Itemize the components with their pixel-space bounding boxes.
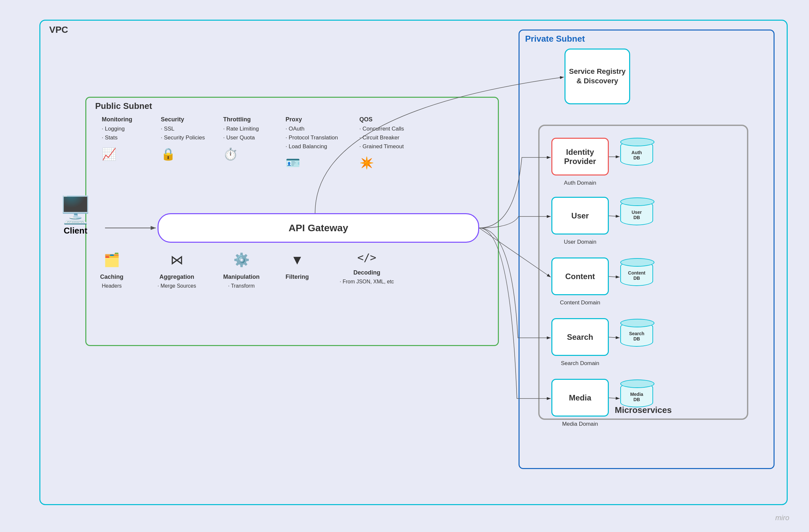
miro-watermark: miro bbox=[775, 514, 789, 522]
aggregation-sub: · Merge Sources bbox=[157, 282, 196, 290]
ms-identity-label: IdentityProvider bbox=[564, 147, 596, 166]
security-items: · SSL· Security Policies bbox=[161, 124, 205, 142]
user-db: UserDB bbox=[620, 201, 653, 225]
aggregation-icon: ⋈ bbox=[157, 249, 196, 270]
feature-security: Security · SSL· Security Policies 🔒 bbox=[161, 115, 205, 164]
api-gateway-box: API Gateway bbox=[157, 213, 479, 243]
security-title: Security bbox=[161, 115, 205, 124]
ms-content-box: Content bbox=[551, 258, 609, 295]
user-db-label: UserDB bbox=[632, 210, 642, 220]
content-db-cylinder: ContentDB bbox=[620, 261, 653, 286]
ms-media-domain: Media Domain bbox=[551, 421, 609, 427]
manipulation-title: Manipulation bbox=[223, 272, 260, 282]
content-db: ContentDB bbox=[620, 261, 653, 286]
ms-identity-box: IdentityProvider bbox=[551, 138, 609, 176]
aggregation-title: Aggregation bbox=[157, 272, 196, 282]
proxy-title: Proxy bbox=[286, 115, 338, 124]
search-db-cylinder: SearchDB bbox=[620, 322, 653, 347]
manipulation-icon: ⚙️ bbox=[223, 249, 260, 270]
monitoring-icon: 📈 bbox=[102, 145, 132, 164]
proxy-items: · OAuth· Protocol Translation· Load Bala… bbox=[286, 124, 338, 151]
media-db-label: MediaDB bbox=[630, 392, 643, 402]
qos-icon: ✴️ bbox=[359, 154, 404, 173]
feature-decoding: </> Decoding · From JSON, XML, etc bbox=[340, 249, 394, 286]
ms-media-label: Media bbox=[569, 393, 591, 403]
client-icon: 🖥️ bbox=[46, 197, 105, 223]
feature-aggregation: ⋈ Aggregation · Merge Sources bbox=[157, 249, 196, 290]
ms-user-domain: User Domain bbox=[551, 239, 609, 245]
auth-db: AuthDB bbox=[620, 141, 653, 166]
private-subnet-label: Private Subnet bbox=[525, 34, 585, 44]
caching-sub: Headers bbox=[100, 282, 123, 290]
ms-user-box: User bbox=[551, 197, 609, 234]
user-db-cylinder: UserDB bbox=[620, 201, 653, 225]
throttling-title: Throttling bbox=[223, 115, 259, 124]
search-db: SearchDB bbox=[620, 322, 653, 347]
monitoring-items: · Logging· Stats bbox=[102, 124, 132, 142]
feature-monitoring: Monitoring · Logging· Stats 📈 bbox=[102, 115, 132, 164]
auth-db-label: AuthDB bbox=[632, 150, 642, 160]
decoding-sub: · From JSON, XML, etc bbox=[340, 278, 394, 286]
qos-items: · Concurrent Calls· Circuit Breaker· Gra… bbox=[359, 124, 404, 151]
diagram-container: VPC Private Subnet Public Subnet 🖥️ Clie… bbox=[0, 0, 809, 532]
ms-search-box: Search bbox=[551, 318, 609, 356]
service-registry-box: Service Registry & Discovery bbox=[565, 49, 630, 104]
ms-content-label: Content bbox=[565, 272, 595, 281]
ms-content-domain: Content Domain bbox=[551, 299, 609, 306]
feature-filtering: ▼ Filtering bbox=[286, 249, 309, 282]
ms-media-box: Media bbox=[551, 379, 609, 416]
ms-search-domain: Search Domain bbox=[551, 360, 609, 367]
ms-auth-domain: Auth Domain bbox=[551, 180, 609, 186]
decoding-icon: </> bbox=[340, 249, 394, 266]
public-subnet-label: Public Subnet bbox=[95, 101, 152, 111]
qos-title: QOS bbox=[359, 115, 404, 124]
api-gateway-label: API Gateway bbox=[289, 223, 348, 233]
media-db: MediaDB bbox=[620, 383, 653, 407]
media-db-cylinder: MediaDB bbox=[620, 383, 653, 407]
ms-search-label: Search bbox=[567, 333, 593, 342]
filtering-title: Filtering bbox=[286, 272, 309, 282]
feature-manipulation: ⚙️ Manipulation · Transform bbox=[223, 249, 260, 290]
search-db-label: SearchDB bbox=[629, 331, 644, 341]
filtering-icon: ▼ bbox=[286, 249, 309, 270]
client-label: Client bbox=[46, 226, 105, 236]
throttling-icon: ⏱️ bbox=[223, 145, 259, 164]
security-icon: 🔒 bbox=[161, 145, 205, 164]
decoding-title: Decoding bbox=[340, 268, 394, 278]
feature-throttling: Throttling · Rate Limiting· User Quota ⏱… bbox=[223, 115, 259, 164]
manipulation-sub: · Transform bbox=[223, 282, 260, 290]
monitoring-title: Monitoring bbox=[102, 115, 132, 124]
feature-caching: 🗂️ Caching Headers bbox=[100, 249, 123, 290]
ms-user-label: User bbox=[571, 211, 589, 220]
feature-qos: QOS · Concurrent Calls· Circuit Breaker·… bbox=[359, 115, 404, 173]
auth-db-cylinder: AuthDB bbox=[620, 141, 653, 166]
feature-proxy: Proxy · OAuth· Protocol Translation· Loa… bbox=[286, 115, 338, 173]
throttling-items: · Rate Limiting· User Quota bbox=[223, 124, 259, 142]
caching-icon: 🗂️ bbox=[100, 249, 123, 270]
proxy-icon: 🪪 bbox=[286, 154, 338, 173]
vpc-label: VPC bbox=[49, 24, 68, 35]
client-box: 🖥️ Client bbox=[46, 197, 105, 236]
service-registry-label: Service Registry & Discovery bbox=[566, 67, 629, 86]
caching-title: Caching bbox=[100, 272, 123, 282]
content-db-label: ContentDB bbox=[628, 270, 646, 281]
